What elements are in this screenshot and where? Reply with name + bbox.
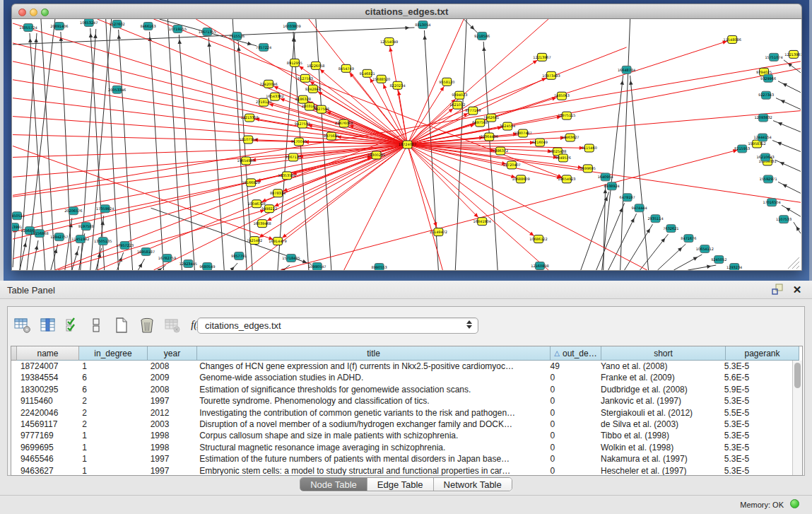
table-cell-name[interactable]: 9699695 xyxy=(17,442,78,453)
table-cell-year[interactable]: 2008 xyxy=(147,361,196,372)
graph-edge[interactable] xyxy=(13,62,407,145)
table-cell-in_degree[interactable]: 2 xyxy=(78,407,146,419)
graph-edge[interactable] xyxy=(208,37,224,270)
table-cell-pagerank[interactable]: 5.3E-5 xyxy=(721,465,794,476)
table-cell-out_degree[interactable]: 0 xyxy=(546,419,597,430)
table-cell-in_degree[interactable]: 6 xyxy=(78,372,146,383)
table-cell-in_degree[interactable]: 6 xyxy=(78,384,146,395)
column-header-name[interactable]: name xyxy=(17,346,79,361)
table-cell-pagerank[interactable]: 5.9E-5 xyxy=(721,384,794,395)
resize-grip[interactable] xyxy=(792,262,799,269)
graph-edge[interactable] xyxy=(13,62,801,195)
table-cell-pagerank[interactable]: 5.3E-5 xyxy=(721,395,794,407)
delete-column-icon[interactable] xyxy=(138,315,156,335)
table-cell-in_degree[interactable]: 2 xyxy=(78,395,146,407)
table-row[interactable]: 946554611997Estimation of the future num… xyxy=(11,453,794,465)
table-cell-out_degree[interactable]: 0 xyxy=(546,453,597,465)
tab-network-table[interactable]: Network Table xyxy=(434,478,512,491)
graph-edge[interactable] xyxy=(33,240,38,270)
network-canvas[interactable]: 1221335918107554196549851916682910046728… xyxy=(11,19,802,271)
table-cell-title[interactable]: Estimation of significance thresholds fo… xyxy=(196,384,546,395)
table-cell-pagerank[interactable]: 5.3E-5 xyxy=(721,419,794,430)
table-cell-year[interactable]: 2003 xyxy=(147,419,196,430)
graph-edge[interactable] xyxy=(106,19,119,270)
graph-edge[interactable] xyxy=(772,141,801,152)
table-row[interactable]: 946362711997Embryonic stem cells: a mode… xyxy=(11,465,794,476)
memory-status-dot[interactable] xyxy=(790,499,799,508)
table-cell-name[interactable]: 9463627 xyxy=(17,465,78,476)
table-cell-name[interactable]: 18724007 xyxy=(17,361,78,372)
table-cell-name[interactable]: 9777169 xyxy=(17,430,78,441)
table-cell-name[interactable]: 19384554 xyxy=(17,372,78,383)
graph-edge[interactable] xyxy=(167,19,182,270)
graph-edge[interactable] xyxy=(604,184,606,270)
column-header-year[interactable]: year xyxy=(148,346,197,361)
table-cell-in_degree[interactable]: 1 xyxy=(78,453,146,465)
close-panel-icon[interactable]: ✕ xyxy=(791,283,804,296)
graph-edge[interactable] xyxy=(316,19,331,270)
table-cell-out_degree[interactable]: 0 xyxy=(546,407,597,419)
table-cell-year[interactable]: 1998 xyxy=(147,430,196,441)
table-cell-year[interactable]: 1997 xyxy=(147,395,196,407)
table-cell-in_degree[interactable]: 2 xyxy=(78,419,146,430)
table-row[interactable]: 2242004622012Investigating the contribut… xyxy=(11,407,794,419)
graph-edge[interactable] xyxy=(773,121,801,132)
table-row[interactable]: 1938455462009Genome-wide association stu… xyxy=(11,372,794,383)
table-cell-pagerank[interactable]: 5.3E-5 xyxy=(721,430,794,441)
table-row[interactable]: 1830029562008Estimation of significance … xyxy=(11,384,794,395)
table-cell-short[interactable]: Franke et al. (2009) xyxy=(597,372,721,383)
column-header-out_degree[interactable]: △out_de… xyxy=(551,346,601,361)
table-cell-name[interactable]: 14569117 xyxy=(17,419,78,430)
table-cell-short[interactable]: Wolkin et al. (1998) xyxy=(597,442,721,453)
table-cell-out_degree[interactable]: 0 xyxy=(546,465,597,476)
table-cell-out_degree[interactable]: 0 xyxy=(546,430,597,441)
table-cell-short[interactable]: Dudbridge et al. (2008) xyxy=(597,384,721,395)
table-scrollbar[interactable] xyxy=(792,361,802,476)
graph-edge[interactable] xyxy=(72,246,79,270)
table-cell-year[interactable]: 1998 xyxy=(147,442,196,453)
table-cell-title[interactable]: Changes of HCN gene expression and I(f) … xyxy=(196,361,546,372)
table-cell-short[interactable]: Hescheler et al. (1997) xyxy=(597,465,721,476)
graph-edge[interactable] xyxy=(407,145,442,271)
column-header-pagerank[interactable]: pagerank xyxy=(726,346,799,361)
table-cell-year[interactable]: 1997 xyxy=(147,453,196,465)
graph-edge[interactable] xyxy=(673,255,702,270)
table-cell-year[interactable]: 2009 xyxy=(147,372,196,383)
column-header-title[interactable]: title xyxy=(197,346,551,361)
table-cell-name[interactable]: 22420046 xyxy=(17,407,78,419)
table-cell-out_degree[interactable]: 0 xyxy=(546,384,597,395)
graph-edge[interactable] xyxy=(775,160,801,171)
network-window-titlebar[interactable]: citations_edges.txt xyxy=(11,4,802,19)
table-row[interactable]: 1456911722003Disruption of a novel membe… xyxy=(11,419,794,430)
graph-edge[interactable] xyxy=(778,81,801,93)
table-cell-pagerank[interactable]: 5.3E-5 xyxy=(721,442,794,453)
table-cell-year[interactable]: 2012 xyxy=(147,407,196,419)
graph-edge[interactable] xyxy=(630,76,649,270)
table-cell-pagerank[interactable]: 5.5E-5 xyxy=(721,407,794,419)
table-cell-title[interactable]: Investigating the contribution of common… xyxy=(196,407,546,419)
table-cell-short[interactable]: Nakamura et al. (1997) xyxy=(597,453,721,465)
column-header-short[interactable]: short xyxy=(601,346,726,361)
graph-edge[interactable] xyxy=(778,182,801,193)
table-selector-dropdown[interactable]: citations_edges.txt xyxy=(197,317,478,334)
row-mode-icon[interactable] xyxy=(87,315,105,335)
column-header-in_degree[interactable]: in_degree xyxy=(79,346,148,361)
graph-edge[interactable] xyxy=(620,19,630,270)
graph-edge[interactable] xyxy=(119,30,133,270)
table-cell-short[interactable]: Yano et al. (2008) xyxy=(597,361,721,372)
table-cell-title[interactable]: Structural magnetic resonance image aver… xyxy=(196,442,546,453)
table-cell-out_degree[interactable]: 49 xyxy=(546,361,597,372)
graph-edge[interactable] xyxy=(51,244,58,270)
table-cell-year[interactable]: 1997 xyxy=(147,465,196,476)
new-table-icon[interactable] xyxy=(112,315,131,335)
table-cell-year[interactable]: 2008 xyxy=(147,384,196,395)
graph-edge[interactable] xyxy=(596,203,625,270)
float-panel-icon[interactable] xyxy=(771,283,784,296)
table-cell-short[interactable]: Tibbo et al. (1998) xyxy=(597,430,721,441)
table-cell-in_degree[interactable]: 1 xyxy=(78,361,146,372)
table-row[interactable]: 1872400712008Changes of HCN gene express… xyxy=(11,361,794,372)
table-cell-pagerank[interactable]: 5.3E-5 xyxy=(721,361,794,372)
graph-edge[interactable] xyxy=(90,19,112,270)
table-cell-in_degree[interactable]: 1 xyxy=(78,430,146,441)
graph-edge[interactable] xyxy=(455,19,466,270)
